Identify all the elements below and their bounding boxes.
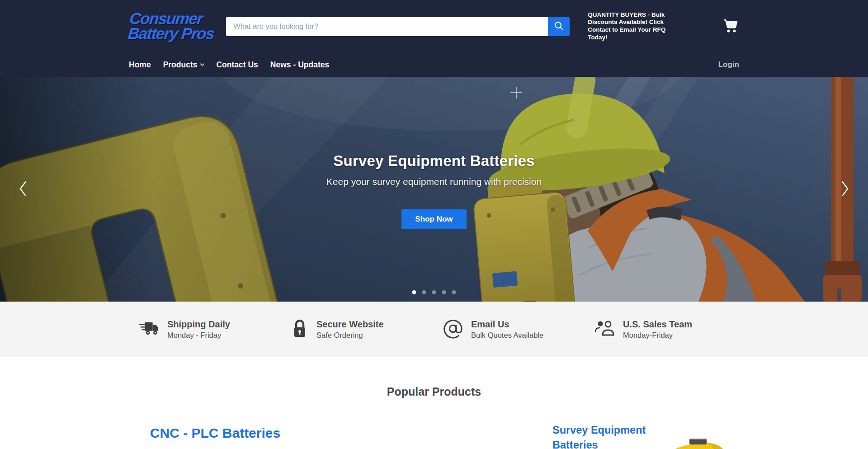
nav-label: News - Updates bbox=[270, 60, 329, 70]
nav-label: Contact Us bbox=[216, 60, 258, 70]
hero-slide-content: Survey Equipment Batteries Keep your sur… bbox=[0, 77, 868, 229]
survey-battery-product-image[interactable]: Leica bbox=[661, 436, 730, 449]
carousel-dot-3[interactable] bbox=[432, 290, 436, 294]
section-title: Popular Products bbox=[0, 357, 868, 398]
storefront-page: { "header": { "logo_line1": "Consumer", … bbox=[0, 0, 868, 449]
feature-title: Secure Website bbox=[316, 319, 384, 330]
carousel-dot-4[interactable] bbox=[442, 290, 446, 294]
nav-item-contact-us[interactable]: Contact Us bbox=[216, 60, 258, 70]
at-sign-icon bbox=[443, 318, 463, 341]
nav-label: Products bbox=[163, 60, 198, 70]
nav-item-products[interactable]: Products bbox=[163, 60, 204, 70]
search-bar bbox=[226, 17, 570, 36]
truck-icon bbox=[139, 319, 160, 340]
popular-products-section: Popular Products CNC - PLC Batteries Sur… bbox=[0, 357, 868, 449]
carousel-prev-button[interactable] bbox=[16, 177, 30, 201]
cart-button[interactable] bbox=[723, 18, 739, 34]
feature-subtitle: Monday - Friday bbox=[167, 331, 230, 340]
chevron-right-icon bbox=[841, 192, 849, 199]
carousel-next-button[interactable] bbox=[838, 177, 852, 201]
feature-subtitle: Monday-Friday bbox=[623, 331, 692, 340]
carousel-dot-1[interactable] bbox=[412, 290, 416, 294]
site-header: Consumer Battery Pros QUANTITY BUYERS - … bbox=[0, 0, 868, 77]
people-icon bbox=[594, 319, 615, 340]
hero-title: Survey Equipment Batteries bbox=[0, 152, 868, 170]
main-nav: Home Products Contact Us News - Updates … bbox=[129, 52, 739, 77]
nav-item-news-updates[interactable]: News - Updates bbox=[270, 60, 329, 70]
carousel-dots bbox=[412, 290, 456, 294]
login-link[interactable]: Login bbox=[718, 60, 739, 69]
category-survey-equipment-batteries[interactable]: Survey Equipment Batteries bbox=[552, 423, 659, 449]
shop-now-button[interactable]: Shop Now bbox=[401, 209, 467, 229]
carousel-dot-2[interactable] bbox=[422, 290, 426, 294]
header-top-row: Consumer Battery Pros QUANTITY BUYERS - … bbox=[129, 0, 739, 52]
logo-line-2: Battery Pros bbox=[127, 26, 215, 41]
lock-icon bbox=[291, 318, 309, 341]
features-strip: Shipping Daily Monday - Friday Secure We… bbox=[0, 302, 868, 357]
chevron-down-icon bbox=[200, 61, 205, 66]
carousel-dot-5[interactable] bbox=[452, 290, 456, 294]
search-input[interactable] bbox=[226, 17, 548, 36]
feature-shipping: Shipping Daily Monday - Friday bbox=[130, 319, 282, 340]
store-logo[interactable]: Consumer Battery Pros bbox=[127, 11, 217, 41]
chevron-left-icon bbox=[19, 192, 27, 199]
nav-item-home[interactable]: Home bbox=[129, 60, 151, 70]
promo-banner[interactable]: QUANTITY BUYERS - Bulk Discounts Availab… bbox=[588, 11, 680, 42]
feature-sales-team: U.S. Sales Team Monday-Friday bbox=[586, 319, 738, 340]
feature-email: Email Us Bulk Quotes Available bbox=[434, 318, 586, 341]
feature-title: U.S. Sales Team bbox=[623, 319, 692, 330]
hero-carousel: Survey Equipment Batteries Keep your sur… bbox=[0, 77, 868, 302]
feature-title: Email Us bbox=[471, 319, 543, 330]
category-cnc-plc-batteries[interactable]: CNC - PLC Batteries bbox=[0, 425, 430, 441]
feature-secure: Secure Website Safe Ordering bbox=[282, 318, 434, 341]
search-button[interactable] bbox=[548, 17, 570, 36]
hero-subtitle: Keep your survey equipment running with … bbox=[0, 176, 868, 187]
feature-subtitle: Safe Ordering bbox=[316, 331, 384, 340]
feature-subtitle: Bulk Quotes Available bbox=[471, 331, 543, 340]
search-icon bbox=[553, 20, 564, 33]
feature-title: Shipping Daily bbox=[167, 319, 230, 330]
nav-label: Home bbox=[129, 60, 151, 70]
cart-icon bbox=[723, 28, 739, 35]
